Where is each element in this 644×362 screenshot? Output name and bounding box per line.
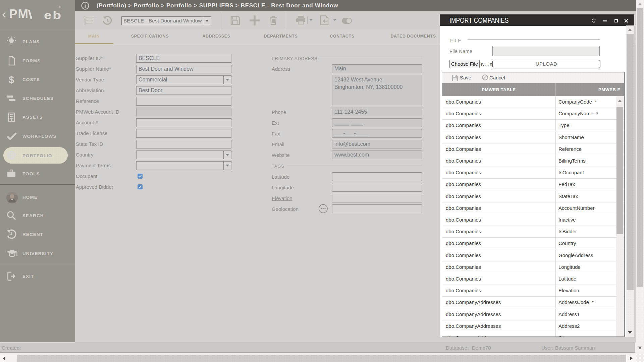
- svg-text:3: 3: [84, 22, 86, 25]
- svg-text:$: $: [9, 74, 14, 85]
